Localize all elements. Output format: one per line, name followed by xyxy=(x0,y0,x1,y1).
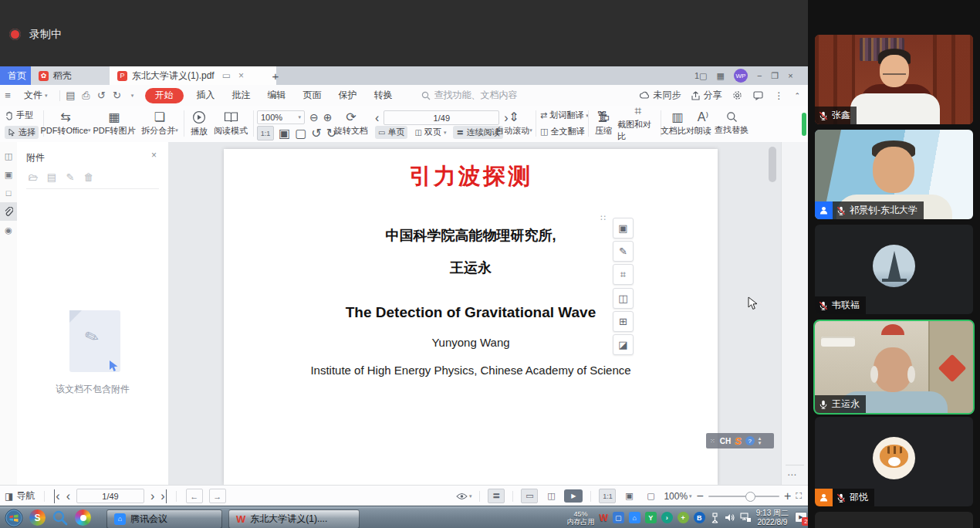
tab-document[interactable]: P 东北大学讲义(1).pdf ▭ × xyxy=(110,66,276,85)
save-icon[interactable]: ▤ xyxy=(63,90,79,101)
auto-scroll-button[interactable]: ⇕自动滚动▾ xyxy=(494,107,534,140)
prev-page-icon-status[interactable]: ‹ xyxy=(66,489,70,503)
minimize-button[interactable]: − xyxy=(757,71,762,80)
tray-meeting-icon[interactable]: ⌂ xyxy=(629,512,640,523)
zoom-minus-icon[interactable]: − xyxy=(697,489,704,503)
play-button-status[interactable]: ▶ xyxy=(564,489,583,503)
history-back-icon[interactable]: ← xyxy=(186,489,203,503)
single-page-icon-status[interactable]: ▭ xyxy=(521,489,538,503)
menu-convert[interactable]: 转换 xyxy=(366,85,401,106)
sogou-logo[interactable]: S xyxy=(735,435,742,447)
tray-arrow-icon[interactable]: › xyxy=(661,512,673,523)
add-attachment-icon[interactable]: ✎ xyxy=(62,171,79,183)
annotation-panel-icon[interactable]: □ xyxy=(0,184,17,202)
participant-tile-active-speaker[interactable]: 王运永 xyxy=(813,320,975,415)
more-menu-icon[interactable]: ⋮ xyxy=(774,90,783,101)
tray-y-icon[interactable]: Y xyxy=(645,512,657,523)
split-merge-button[interactable]: ❏拆分合并▾ xyxy=(137,107,182,140)
restore-button[interactable]: ❐ xyxy=(771,71,779,81)
participant-tile[interactable]: 邵悦 xyxy=(815,417,973,506)
screenshot-compare-button[interactable]: ⌗截图和对比 xyxy=(617,107,659,140)
rotate-left-icon[interactable]: ↺ xyxy=(311,126,321,140)
taskbar-button-wps[interactable]: W 东北大学讲义(1).... xyxy=(228,509,360,528)
usb-device-icon[interactable] xyxy=(710,513,720,523)
menu-comment[interactable]: 批注 xyxy=(224,85,259,106)
history-forward-icon[interactable]: → xyxy=(209,489,226,503)
page-indicator-box[interactable]: 1/49 xyxy=(384,110,499,125)
redo-icon[interactable]: ↻ xyxy=(110,90,125,101)
tab-share-icon[interactable]: ▭ xyxy=(222,70,231,81)
bookmark-panel-icon[interactable]: ▣ xyxy=(0,165,17,184)
participant-tile[interactable]: 祁景钊-东北大学 xyxy=(815,130,973,219)
quickbar-more-icon[interactable]: ▾ xyxy=(125,93,140,99)
browser-taskbar-icon[interactable] xyxy=(75,509,91,526)
fit-page-status[interactable]: ▣ xyxy=(620,489,637,503)
zoom-slider[interactable] xyxy=(708,496,779,497)
print-icon[interactable]: ⎙ xyxy=(79,90,94,102)
double-page-icon-status[interactable]: ◫ xyxy=(542,489,559,503)
search-box[interactable]: 查找功能、文档内容 xyxy=(421,89,518,102)
sync-status[interactable]: 未同步 xyxy=(640,89,681,102)
account-avatar[interactable]: WP xyxy=(734,69,748,83)
menu-file[interactable]: 文件 ▾ xyxy=(15,85,56,106)
bluetooth-icon[interactable]: B xyxy=(694,512,705,523)
compress-button[interactable]: 🗜压缩 xyxy=(590,107,617,140)
rotate-doc-button[interactable]: ⟳旋转文档 xyxy=(332,107,370,140)
speaker-icon[interactable] xyxy=(725,513,735,523)
fit-width-icon[interactable]: ▢ xyxy=(295,126,306,140)
memory-usage[interactable]: 45% 内存占用 xyxy=(566,510,594,526)
eye-protect-toggle[interactable]: ▾ xyxy=(456,492,472,500)
ime-mode-label[interactable]: CH xyxy=(720,437,731,445)
prev-page-icon[interactable]: ‹ xyxy=(375,111,379,125)
eraser-icon[interactable]: ◪ xyxy=(613,334,634,355)
edit-image-icon[interactable]: ✎ xyxy=(613,241,634,262)
panel-resize-handle[interactable] xyxy=(802,113,806,136)
zoom-slider-knob[interactable] xyxy=(745,492,755,502)
last-page-icon[interactable]: › xyxy=(161,489,166,503)
tray-wps-icon[interactable]: W xyxy=(599,513,607,523)
save-attachment-icon[interactable]: ▤ xyxy=(43,171,60,183)
translate-image-icon[interactable]: ◫ xyxy=(613,288,634,309)
workbench-grid-icon[interactable]: ▦ xyxy=(717,71,725,81)
menu-insert[interactable]: 插入 xyxy=(188,85,224,106)
stamp-panel-icon[interactable]: ◉ xyxy=(0,221,17,239)
double-page-toggle[interactable]: ◫双页▾ xyxy=(411,126,449,139)
participant-tile-partial[interactable] xyxy=(815,512,973,528)
attachment-panel-icon[interactable] xyxy=(0,202,17,221)
first-page-icon[interactable]: ‹ xyxy=(54,489,59,503)
actual-size-icon[interactable]: 1:1 xyxy=(257,126,274,140)
zoom-value-status[interactable]: 100%▾ xyxy=(664,491,691,502)
page-indicator-status[interactable]: 1/49 xyxy=(76,489,144,503)
hamburger-icon[interactable]: ≡ xyxy=(0,90,15,101)
play-button[interactable]: 播放 xyxy=(185,107,213,140)
hand-tool[interactable]: 手型 xyxy=(5,110,39,121)
pdf-to-image-button[interactable]: ▦PDF转图片 xyxy=(91,107,137,140)
single-window-icon[interactable]: 1▢ xyxy=(694,71,708,81)
settings-gear-icon[interactable] xyxy=(732,90,742,100)
menu-start[interactable]: 开始 xyxy=(145,88,184,103)
ime-expand-icon[interactable]: ▴▾ xyxy=(759,436,762,445)
taskbar-button-meeting[interactable]: ⌂ 腾讯会议 xyxy=(106,509,222,528)
continuous-toggle-status[interactable]: 〓 xyxy=(488,489,505,503)
delete-attachment-icon[interactable]: 🗑 xyxy=(80,171,97,183)
tray-window-icon[interactable]: ▢ xyxy=(613,512,624,523)
menu-page[interactable]: 页面 xyxy=(295,85,330,106)
panel-close-icon[interactable]: × xyxy=(151,150,157,161)
fit-width-status[interactable]: ▢ xyxy=(642,489,659,503)
next-page-icon-status[interactable]: › xyxy=(150,489,154,503)
doc-compare-button[interactable]: ▥文档比对 xyxy=(661,107,694,140)
tab-home[interactable]: 首页 xyxy=(0,66,34,85)
fullscreen-icon[interactable]: ⛶ xyxy=(796,491,802,501)
undo-icon[interactable]: ↺ xyxy=(94,90,110,101)
select-tool[interactable]: 选择 xyxy=(5,126,39,139)
float-toolbar-handle[interactable]: ∷ xyxy=(600,213,607,223)
zoom-plus-icon[interactable]: + xyxy=(784,489,791,503)
sogou-taskbar-icon[interactable]: S xyxy=(29,509,46,526)
start-button[interactable] xyxy=(5,509,23,527)
tab-close-icon[interactable]: × xyxy=(238,70,244,81)
thumbnail-panel-icon[interactable]: ◫ xyxy=(0,147,17,165)
new-tab-button[interactable]: + xyxy=(265,66,286,85)
tray-plus-icon[interactable]: + xyxy=(678,512,689,523)
table-extract-icon[interactable]: ⊞ xyxy=(613,311,634,332)
share-button[interactable]: 分享 xyxy=(691,89,721,102)
